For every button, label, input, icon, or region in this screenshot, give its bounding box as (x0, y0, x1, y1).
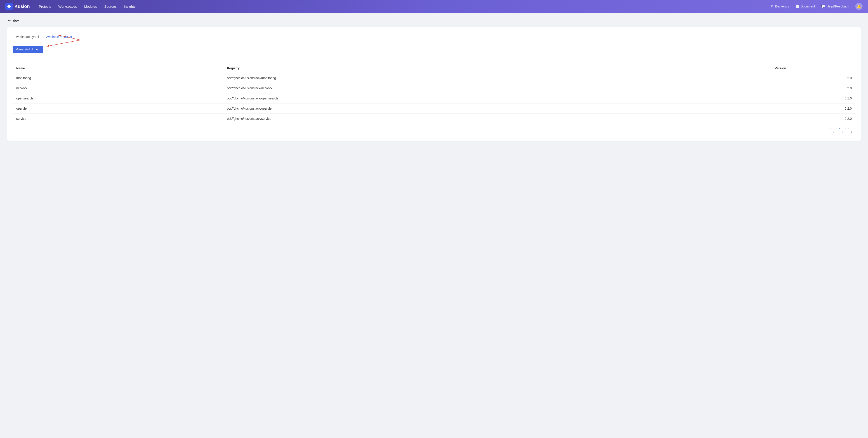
avatar[interactable]: 🔔 (855, 3, 863, 10)
nav-sources[interactable]: Sources (104, 4, 117, 8)
cell-version-1: 0.2.0 (771, 83, 855, 93)
user-icon: 🔔 (857, 4, 861, 8)
back-button[interactable]: ← (7, 18, 11, 23)
table-row: opensearch oci://ghcr.io/kusionstack/ope… (13, 93, 855, 103)
table-row: network oci://ghcr.io/kusionstack/networ… (13, 83, 855, 93)
cell-name-0: monitoring (13, 73, 223, 83)
table-row: service oci://ghcr.io/kusionstack/servic… (13, 114, 855, 124)
cell-name-2: opensearch (13, 93, 223, 103)
pagination-page-1-button[interactable]: 1 (839, 128, 846, 135)
cell-name-4: service (13, 114, 223, 124)
nav-projects[interactable]: Projects (39, 4, 51, 8)
main-nav: Projects Workspaces Modules Sources Insi… (39, 4, 771, 8)
nav-modules[interactable]: Modules (84, 4, 97, 8)
cell-registry-3: oci://ghcr.io/kusionstack/opsrule (223, 103, 771, 114)
cell-registry-0: oci://ghcr.io/kusionstack/monitoring (223, 73, 771, 83)
table-header: Name Registry Version (13, 64, 855, 73)
pagination-prev-button[interactable]: ‹ (830, 128, 837, 135)
breadcrumb: ← dev (7, 18, 861, 23)
help-link[interactable]: 💬 Help&Feedback (821, 4, 849, 8)
logo[interactable]: Kusion (5, 3, 30, 10)
cell-version-3: 0.2.0 (771, 103, 855, 114)
table-body: monitoring oci://ghcr.io/kusionstack/mon… (13, 73, 855, 124)
svg-marker-0 (7, 4, 11, 8)
col-header-name: Name (13, 64, 223, 73)
table-row: monitoring oci://ghcr.io/kusionstack/mon… (13, 73, 855, 83)
main-card: workspace.yaml Available modules Generat… (7, 27, 861, 141)
cell-name-1: network (13, 83, 223, 93)
cell-name-3: opsrule (13, 103, 223, 114)
logo-diamond (5, 3, 13, 10)
table-row: opsrule oci://ghcr.io/kusionstack/opsrul… (13, 103, 855, 114)
cell-version-4: 0.2.0 (771, 114, 855, 124)
pagination-next-button[interactable]: › (848, 128, 855, 135)
cell-registry-1: oci://ghcr.io/kusionstack/network (223, 83, 771, 93)
logo-text: Kusion (14, 4, 30, 9)
tab-available-modules[interactable]: Available modules (42, 33, 75, 41)
document-link[interactable]: 📄 Document (796, 4, 815, 8)
tabs-row: workspace.yaml Available modules (13, 33, 855, 41)
header: Kusion Projects Workspaces Modules Sourc… (0, 0, 868, 13)
nav-insights[interactable]: Insights (124, 4, 135, 8)
document-icon: 📄 (796, 4, 799, 8)
modules-table: Name Registry Version monitoring oci://g… (13, 64, 855, 124)
pagination: ‹ 1 › (13, 128, 855, 135)
header-right: ⚙ Backends 📄 Document 💬 Help&Feedback 🔔 (771, 3, 863, 10)
backends-link[interactable]: ⚙ Backends (771, 4, 789, 8)
cell-registry-2: oci://ghcr.io/kusionstack/opensearch (223, 93, 771, 103)
help-icon: 💬 (821, 4, 825, 8)
col-header-version: Version (771, 64, 855, 73)
tab-workspace-yaml[interactable]: workspace.yaml (13, 33, 42, 41)
gear-icon: ⚙ (771, 4, 774, 8)
page-title: dev (13, 19, 19, 23)
cell-registry-4: oci://ghcr.io/kusionstack/service (223, 114, 771, 124)
page-content: ← dev workspace.yaml Available modules (0, 13, 868, 146)
col-header-registry: Registry (223, 64, 771, 73)
cell-version-2: 0.1.0 (771, 93, 855, 103)
nav-workspaces[interactable]: Workspaces (58, 4, 77, 8)
generate-kcl-mod-button[interactable]: Generate kcl.mod (13, 46, 43, 53)
cell-version-0: 0.2.0 (771, 73, 855, 83)
